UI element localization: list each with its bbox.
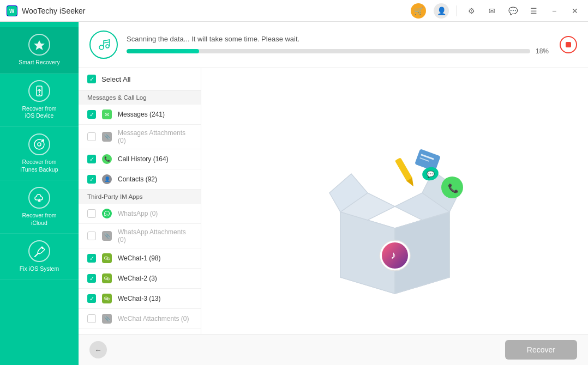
category-item-messages-attachments[interactable]: 📎 Messages Attachments (0) xyxy=(79,125,201,149)
recover-itunes-icon xyxy=(28,133,50,155)
sidebar-item-recover-itunes[interactable]: Recover fromiTunes Backup xyxy=(0,127,79,180)
sidebar-item-smart-recovery[interactable]: Smart Recovery xyxy=(0,27,79,74)
svg-rect-41 xyxy=(394,157,412,182)
scan-progress-fill xyxy=(127,49,199,53)
wechat2-label: WeChat-2 (3) xyxy=(118,275,157,282)
app-body: Smart Recovery Recover fromiOS Device xyxy=(0,22,588,365)
contacts-icon: 👤 xyxy=(101,174,112,185)
mail-icon[interactable]: ✉ xyxy=(485,4,499,17)
call-history-label: Call History (164) xyxy=(118,155,169,163)
messages-attach-icon: 📎 xyxy=(101,131,112,142)
category-item-call-history[interactable]: ✓ 📞 Call History (164) xyxy=(79,149,201,169)
category-item-wechat3[interactable]: ✓ WeChat-3 (13) xyxy=(79,289,201,309)
sidebar-item-recover-ios[interactable]: Recover fromiOS Device xyxy=(0,74,79,127)
scan-header: Scanning the data... It will take some t… xyxy=(79,22,588,68)
category-item-whatsapp[interactable]: WhatsApp (0) xyxy=(79,204,201,224)
svg-point-10 xyxy=(106,45,109,48)
sidebar-label-recover-itunes: Recover fromiTunes Backup xyxy=(20,159,58,173)
left-panel: ✓ Select All Messages & Call Log ✓ ✉ Mes… xyxy=(79,68,201,334)
scan-music-icon xyxy=(89,31,118,59)
messages-checkbox[interactable]: ✓ xyxy=(87,110,96,119)
wechat2-icon xyxy=(101,273,112,284)
svg-text:♪: ♪ xyxy=(391,249,396,261)
svg-text:W: W xyxy=(9,8,15,14)
sidebar-label-fix-ios: Fix iOS System xyxy=(20,265,59,273)
category-item-whatsapp-attachments[interactable]: 📎 WhatsApp Attachments (0) xyxy=(79,224,201,248)
wechat3-icon xyxy=(101,293,112,304)
messages-attach-checkbox[interactable] xyxy=(87,132,96,141)
svg-text:💬: 💬 xyxy=(427,170,435,178)
group-header-messages: Messages & Call Log xyxy=(79,90,201,105)
app-title: WooTechy iSeeker xyxy=(22,7,85,15)
titlebar-left: W WooTechy iSeeker xyxy=(7,5,85,16)
scan-progress-bar xyxy=(127,49,530,53)
menu-icon[interactable]: ☰ xyxy=(527,4,540,17)
wechat-attach-icon: 📎 xyxy=(101,313,112,324)
wechat-attach-checkbox[interactable] xyxy=(87,314,96,323)
svg-point-7 xyxy=(42,139,44,141)
sidebar-item-fix-ios[interactable]: Fix iOS System xyxy=(0,234,79,280)
recover-button[interactable]: Recover xyxy=(505,340,577,360)
wechat3-checkbox[interactable]: ✓ xyxy=(87,294,96,303)
whatsapp-label: WhatsApp (0) xyxy=(118,210,158,217)
svg-point-16 xyxy=(109,258,109,259)
sidebar: Smart Recovery Recover fromiOS Device xyxy=(0,22,79,365)
svg-point-9 xyxy=(99,45,104,50)
wechat-attach-label: WeChat Attachments (0) xyxy=(118,315,189,323)
svg-point-8 xyxy=(42,247,44,249)
back-icon: ← xyxy=(94,346,101,354)
category-item-wechat-attachments[interactable]: 📎 WeChat Attachments (0) xyxy=(79,309,201,329)
svg-point-15 xyxy=(107,258,108,259)
titlebar-divider xyxy=(457,5,457,16)
wechat2-checkbox[interactable]: ✓ xyxy=(87,274,96,283)
hero-illustration: ♪ 📞 💬 xyxy=(297,103,493,299)
scan-status-text: Scanning the data... It will take some t… xyxy=(127,35,551,43)
close-button[interactable]: ✕ xyxy=(568,4,581,17)
scan-info: Scanning the data... It will take some t… xyxy=(127,35,551,55)
select-all-checkbox[interactable]: ✓ xyxy=(87,75,96,83)
settings-icon[interactable]: ⚙ xyxy=(465,4,478,17)
category-list: Messages & Call Log ✓ ✉ Messages (241) 📎 xyxy=(79,90,201,334)
svg-point-22 xyxy=(109,278,109,279)
category-item-wechat2[interactable]: ✓ WeChat-2 (3) xyxy=(79,269,201,289)
scan-stop-button[interactable] xyxy=(560,36,577,53)
sidebar-item-recover-icloud[interactable]: Recover fromiCloud xyxy=(0,180,79,234)
svg-point-18 xyxy=(105,277,105,278)
minimize-button[interactable]: − xyxy=(548,4,561,17)
select-all-row[interactable]: ✓ Select All xyxy=(79,68,201,90)
svg-point-4 xyxy=(39,93,40,94)
svg-point-24 xyxy=(105,297,105,298)
recover-icloud-icon xyxy=(28,187,50,209)
chat-icon[interactable]: 💬 xyxy=(506,4,519,17)
svg-point-14 xyxy=(106,258,110,260)
whatsapp-checkbox[interactable] xyxy=(87,209,96,218)
category-item-contacts[interactable]: ✓ 👤 Contacts (92) xyxy=(79,169,201,190)
sidebar-label-smart-recovery: Smart Recovery xyxy=(19,59,59,66)
svg-marker-2 xyxy=(34,40,45,50)
main-content: Scanning the data... It will take some t… xyxy=(79,22,588,365)
category-item-wechat1[interactable]: ✓ WeChat-1 (98) xyxy=(79,248,201,269)
whatsapp-attach-icon: 📎 xyxy=(101,230,112,241)
select-all-label: Select All xyxy=(101,75,130,83)
svg-point-12 xyxy=(105,257,105,258)
contacts-checkbox[interactable]: ✓ xyxy=(87,175,96,184)
wechat1-icon xyxy=(101,253,112,264)
messages-label: Messages (241) xyxy=(118,111,165,118)
recover-ios-icon xyxy=(28,80,50,102)
whatsapp-attach-checkbox[interactable] xyxy=(87,232,96,240)
svg-point-27 xyxy=(107,299,108,299)
wechat1-checkbox[interactable]: ✓ xyxy=(87,254,96,263)
fix-ios-icon xyxy=(28,240,50,262)
shop-icon[interactable]: 🛒 xyxy=(411,3,426,19)
titlebar: W WooTechy iSeeker 🛒 👤 ⚙ ✉ 💬 ☰ − ✕ xyxy=(0,0,588,22)
svg-point-20 xyxy=(106,278,110,280)
category-item-qq[interactable]: Q QQ (0) xyxy=(79,329,201,334)
category-item-messages[interactable]: ✓ ✉ Messages (241) xyxy=(79,105,201,125)
back-button[interactable]: ← xyxy=(89,341,107,358)
sidebar-label-recover-icloud: Recover fromiCloud xyxy=(22,212,56,227)
call-history-checkbox[interactable]: ✓ xyxy=(87,155,96,163)
user-icon[interactable]: 👤 xyxy=(434,3,449,19)
svg-text:📞: 📞 xyxy=(448,183,459,193)
app-logo: W xyxy=(7,5,17,16)
svg-point-6 xyxy=(38,143,41,146)
